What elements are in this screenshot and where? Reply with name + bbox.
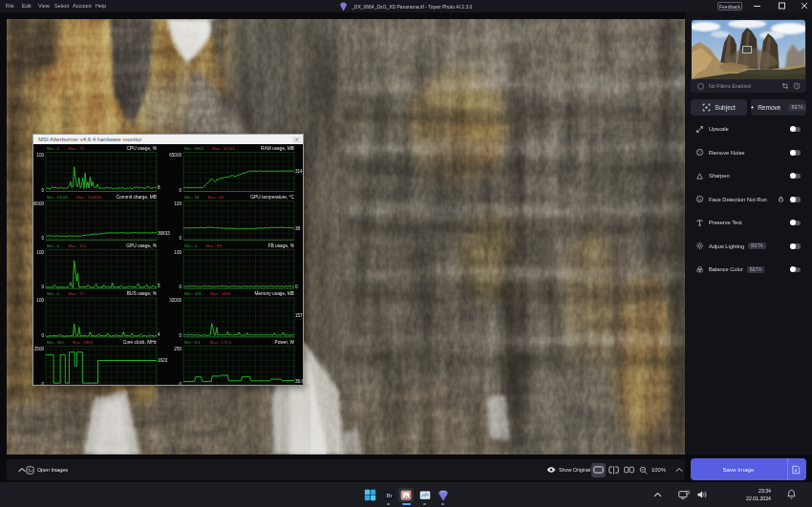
- svg-text:1570: 1570: [295, 313, 304, 318]
- svg-text:0: 0: [41, 382, 44, 386]
- svg-text:CPU usage, %: CPU usage, %: [127, 146, 158, 151]
- svg-text:4: 4: [158, 332, 160, 337]
- svg-text:FB usage, %: FB usage, %: [268, 243, 295, 248]
- svg-text:Max : 100: Max : 100: [68, 243, 86, 248]
- svg-text:Min : 34: Min : 34: [184, 195, 200, 200]
- svg-text:1620: 1620: [158, 358, 168, 363]
- svg-text:Core clock, MHz: Core clock, MHz: [123, 340, 158, 345]
- svg-text:Min : 12025: Min : 12025: [47, 195, 69, 200]
- svg-text:Max : 172.0: Max : 172.0: [210, 340, 232, 345]
- svg-text:0: 0: [41, 188, 44, 193]
- svg-text:39.8: 39.8: [295, 379, 304, 384]
- svg-text:31479: 31479: [295, 169, 304, 174]
- svg-text:5: 5: [158, 284, 160, 288]
- svg-text:38: 38: [295, 226, 301, 231]
- svg-text:0: 0: [179, 382, 182, 386]
- svg-text:100: 100: [36, 298, 44, 303]
- svg-text:Power, W: Power, W: [274, 340, 294, 345]
- svg-text:Min : 0: Min : 0: [47, 243, 60, 248]
- svg-text:8: 8: [158, 185, 160, 190]
- svg-text:Max : 152890: Max : 152890: [76, 195, 102, 200]
- svg-text:0: 0: [179, 285, 182, 289]
- svg-text:0: 0: [41, 333, 44, 338]
- svg-text:0: 0: [179, 236, 182, 241]
- svg-text:Br: Br: [386, 493, 393, 498]
- svg-text:Min : 9962: Min : 9962: [184, 146, 204, 151]
- svg-text:32000: 32000: [169, 298, 182, 303]
- svg-text:Min : 0: Min : 0: [184, 243, 198, 248]
- svg-text:Max : 54704: Max : 54704: [212, 146, 235, 151]
- svg-text:Max : 5696: Max : 5696: [210, 291, 231, 296]
- svg-text:Min : 474: Min : 474: [184, 291, 202, 296]
- svg-text:Min : 300: Min : 300: [47, 340, 64, 345]
- svg-text:Min : 8.3: Min : 8.3: [184, 340, 201, 345]
- svg-text:Min : 0: Min : 0: [47, 291, 60, 296]
- svg-text:RAM usage, MB: RAM usage, MB: [261, 146, 294, 151]
- svg-text:Memory usage, MB: Memory usage, MB: [254, 291, 294, 296]
- svg-text:65000: 65000: [169, 153, 182, 158]
- svg-text:36833: 36833: [158, 231, 170, 236]
- svg-text:GPU temperature, °C: GPU temperature, °C: [250, 195, 294, 200]
- svg-text:100: 100: [36, 153, 44, 158]
- svg-text:Max : 73: Max : 73: [68, 146, 84, 151]
- svg-text:BUS usage, %: BUS usage, %: [127, 291, 158, 296]
- svg-text:Max : 89: Max : 89: [205, 243, 222, 248]
- svg-text:100: 100: [174, 201, 182, 206]
- svg-text:250: 250: [174, 347, 182, 351]
- svg-text:Max : 1880: Max : 1880: [73, 340, 94, 345]
- svg-text:100: 100: [174, 250, 182, 255]
- svg-text:Max : 72: Max : 72: [68, 291, 84, 296]
- svg-text:GPU usage, %: GPU usage, %: [126, 243, 157, 248]
- svg-text:0: 0: [295, 285, 298, 289]
- svg-text:0: 0: [41, 236, 44, 241]
- svg-text:100: 100: [36, 250, 44, 255]
- svg-text:0: 0: [179, 188, 182, 193]
- svg-text:Min : 0: Min : 0: [47, 146, 60, 151]
- svg-text:200000: 200000: [33, 201, 44, 206]
- svg-text:Commit charge, MB: Commit charge, MB: [117, 195, 157, 200]
- svg-text:0: 0: [179, 333, 182, 338]
- svg-text:Max : 46: Max : 46: [208, 195, 224, 200]
- svg-text:2500: 2500: [34, 347, 45, 351]
- svg-text:0: 0: [41, 285, 44, 289]
